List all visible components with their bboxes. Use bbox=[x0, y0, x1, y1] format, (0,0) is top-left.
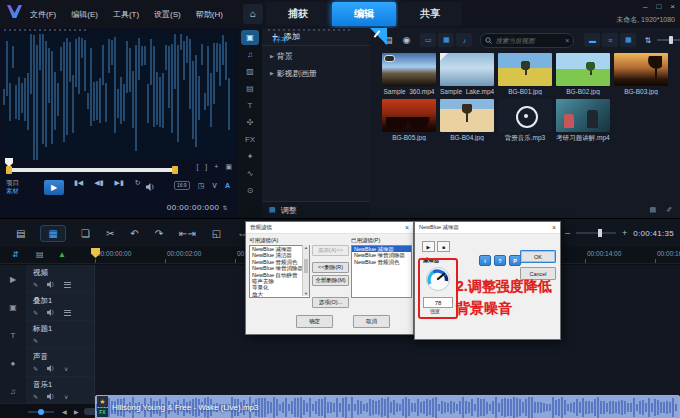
scroll-left-icon[interactable]: ◀ bbox=[62, 408, 67, 415]
media-thumbnail[interactable] bbox=[614, 53, 668, 86]
volume-icon[interactable] bbox=[146, 183, 156, 191]
menu-item[interactable]: 帮助(H) bbox=[196, 9, 223, 20]
track-mute-icon[interactable] bbox=[47, 393, 55, 400]
ok-button[interactable]: OK bbox=[520, 250, 556, 263]
timeline-tool-icon[interactable]: ↶ bbox=[130, 228, 138, 239]
audio-toggle[interactable]: A bbox=[225, 182, 230, 189]
library-category-icon[interactable]: ▨ bbox=[241, 64, 259, 79]
track-header[interactable]: 标题1 ✎ ∨ bbox=[26, 321, 95, 349]
tree-item[interactable]: ▶影视剧画册 bbox=[270, 68, 370, 79]
track-edit-icon[interactable]: ✎ bbox=[33, 337, 38, 344]
workspace-tab[interactable]: 共享 bbox=[398, 2, 462, 26]
window-control-button[interactable]: × bbox=[670, 2, 675, 11]
library-category-icon[interactable]: ✦ bbox=[241, 149, 259, 164]
preview-timecode[interactable]: 00:00:00:000⇅ bbox=[167, 203, 228, 212]
track-edit-icon[interactable]: ✎ bbox=[33, 393, 38, 400]
add-filter-button[interactable]: 添加(A)>> bbox=[312, 245, 349, 256]
filter-list-item[interactable]: NewBlue 音频润色 bbox=[352, 259, 411, 265]
track-edit-icon[interactable]: ✎ bbox=[33, 281, 38, 288]
mini-zoom-thumb[interactable] bbox=[38, 409, 44, 415]
media-item[interactable]: Sample_360.mp4 bbox=[382, 53, 436, 95]
adjust-row[interactable]: ▤ 调整 bbox=[262, 201, 370, 218]
zoom-slider-thumb[interactable] bbox=[598, 229, 602, 237]
track-manager-icon[interactable]: ⇵ bbox=[12, 250, 19, 259]
timeline-tool-icon[interactable]: ❏ bbox=[81, 228, 90, 239]
timeline-tool-icon[interactable]: ↷ bbox=[155, 228, 163, 239]
transport-button-icon[interactable]: ◀▮ bbox=[94, 179, 103, 187]
window-control-button[interactable]: – bbox=[643, 2, 647, 11]
trim-end-handle[interactable] bbox=[172, 166, 178, 174]
search-box[interactable]: × bbox=[480, 33, 574, 48]
track-header[interactable]: 声音 ✎ ∨ bbox=[26, 349, 95, 377]
view-mode-button[interactable]: ≡ bbox=[602, 33, 618, 47]
clear-search-icon[interactable]: × bbox=[565, 37, 569, 44]
preview-mode[interactable]: 项目 bbox=[6, 179, 19, 187]
dialog-title-bar[interactable]: 音频滤镜 × bbox=[246, 222, 413, 234]
menu-item[interactable]: 编辑(E) bbox=[71, 9, 98, 20]
add-track-icon[interactable]: ▤ bbox=[36, 250, 44, 259]
timeline-tool-icon[interactable]: ⇤⇥ bbox=[179, 228, 196, 239]
track-mute-icon[interactable] bbox=[47, 281, 55, 288]
media-filter-button[interactable]: ♪ bbox=[456, 33, 472, 47]
menu-item[interactable]: 工具(T) bbox=[113, 9, 139, 20]
window-control-button[interactable]: □ bbox=[656, 2, 661, 11]
timeline-tool-icon[interactable]: ▦ bbox=[41, 226, 64, 241]
timeline-tool-icon[interactable]: ✂ bbox=[106, 228, 114, 239]
sort-icon[interactable]: ⇅ bbox=[644, 36, 651, 45]
media-item[interactable]: BG-B04.jpg bbox=[440, 99, 494, 143]
library-category-icon[interactable]: ♫ bbox=[241, 47, 259, 62]
media-item[interactable]: 考研习题讲解.mp4 bbox=[556, 99, 610, 143]
library-category-icon[interactable]: ✣ bbox=[241, 115, 259, 130]
gallery-option-icon[interactable]: ▤ bbox=[650, 206, 657, 214]
zoom-in-icon[interactable]: + bbox=[622, 228, 627, 238]
auto-scroll-icon[interactable]: ▲ bbox=[58, 250, 66, 259]
media-thumbnail[interactable] bbox=[440, 99, 494, 132]
close-icon[interactable]: × bbox=[405, 224, 409, 231]
media-item[interactable]: 背景音乐.mp3 bbox=[498, 99, 552, 143]
home-button[interactable]: ⌂ bbox=[243, 4, 263, 24]
media-item[interactable]: Sample_Lake.mp4 bbox=[440, 53, 494, 95]
cancel-button[interactable]: 取消 bbox=[353, 315, 390, 328]
library-category-icon[interactable]: ▤ bbox=[241, 81, 259, 96]
play-button[interactable]: ▶ bbox=[44, 180, 64, 195]
library-category-icon[interactable]: FX bbox=[241, 132, 259, 147]
media-item[interactable]: BG-B05.jpg bbox=[382, 99, 436, 143]
menu-item[interactable]: 设置(S) bbox=[154, 9, 181, 20]
trim-start-handle[interactable] bbox=[6, 166, 12, 174]
dialog-title-bar[interactable]: NewBlue 减噪器 × bbox=[415, 222, 560, 234]
video-toggle[interactable]: V bbox=[212, 182, 217, 189]
track-expand-icon[interactable]: ∨ bbox=[64, 393, 68, 400]
expand-arrow-icon[interactable]: ▶ bbox=[270, 53, 274, 59]
library-category-icon[interactable]: T bbox=[241, 98, 259, 113]
workspace-tab[interactable]: 编辑 bbox=[332, 2, 396, 26]
zoom-out-icon[interactable]: – bbox=[565, 228, 570, 238]
track-edit-icon[interactable]: ✎ bbox=[33, 309, 38, 316]
track-header[interactable]: 叠加1 ✎ ∨ bbox=[26, 293, 95, 321]
remove-all-button[interactable]: 全部删除(M) bbox=[312, 275, 349, 286]
trim-tool-icon[interactable]: [ bbox=[196, 163, 198, 171]
slider-thumb[interactable] bbox=[669, 36, 673, 44]
media-item[interactable]: BG-B02.jpg bbox=[556, 53, 610, 95]
track-expand-icon[interactable]: ∨ bbox=[64, 365, 68, 372]
aspect-ratio-button[interactable]: 16:9 bbox=[174, 181, 190, 190]
gallery-option-icon[interactable]: ✐ bbox=[666, 206, 672, 214]
filter-list-item[interactable]: 放大 bbox=[250, 291, 309, 297]
workspace-tab[interactable]: 捕获 bbox=[266, 2, 330, 26]
transport-button-icon[interactable]: ↻ bbox=[135, 179, 141, 187]
scroll-right-icon[interactable]: ▶ bbox=[74, 408, 79, 415]
track-mute-icon[interactable] bbox=[47, 365, 55, 372]
track-mute-icon[interactable] bbox=[47, 309, 55, 316]
list-scrollbar[interactable]: ▲▼ bbox=[302, 245, 309, 296]
mini-button[interactable]: ? bbox=[494, 255, 506, 266]
preview-stop-button[interactable]: ■ bbox=[437, 241, 450, 252]
library-category-icon[interactable]: ⊙ bbox=[241, 183, 259, 198]
tree-item[interactable]: ▶背景 bbox=[270, 51, 370, 62]
track-visibility-icon[interactable] bbox=[64, 310, 71, 316]
media-thumbnail[interactable] bbox=[382, 99, 436, 132]
ok-button[interactable]: 确定 bbox=[296, 315, 333, 328]
trim-tool-icon[interactable]: ] bbox=[205, 163, 207, 171]
remove-filter-button[interactable]: <<删除(R) bbox=[312, 262, 349, 273]
library-category-icon[interactable]: ▣ bbox=[241, 30, 259, 45]
media-item[interactable]: BG-B03.jpg bbox=[614, 53, 668, 95]
timecode-stepper-icon[interactable]: ⇅ bbox=[222, 205, 228, 211]
